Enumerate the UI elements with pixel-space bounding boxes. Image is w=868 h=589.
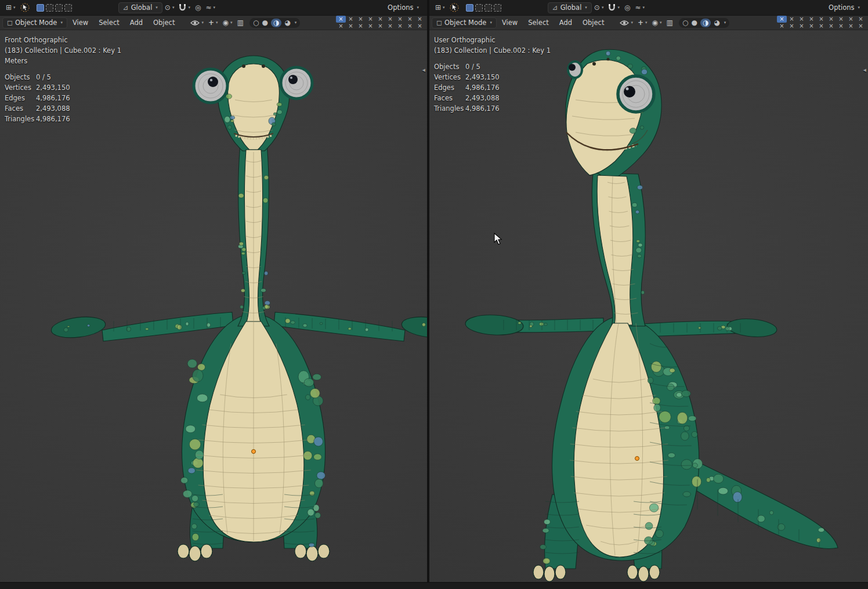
nostril-right	[262, 64, 265, 68]
select-extend-mode-button[interactable]	[475, 4, 483, 12]
region-toggle-arrow[interactable]: ◂	[422, 66, 425, 74]
menu-object[interactable]: Object	[577, 19, 609, 27]
collapsed-icon[interactable]: ×	[856, 16, 866, 23]
menu-object[interactable]: Object	[148, 19, 180, 27]
falloff-dropdown[interactable]: ≈▾	[203, 2, 218, 13]
visibility-dropdown[interactable]: ▾	[188, 17, 206, 28]
shading-rendered-button[interactable]: ◕	[714, 19, 719, 27]
object-origin-dot[interactable]	[635, 457, 639, 461]
collapsed-icon[interactable]: ×	[385, 16, 395, 23]
collapsed-icon[interactable]: ×	[836, 16, 846, 23]
collapsed-icon[interactable]: ×	[826, 23, 836, 30]
dinosaur-model-front-view[interactable]	[0, 30, 427, 582]
collapsed-icon[interactable]: ×	[366, 16, 375, 23]
collapsed-icon[interactable]: ×	[385, 23, 395, 30]
collapsed-icon[interactable]: ×	[375, 23, 385, 30]
select-subtract-mode-button[interactable]	[55, 4, 63, 12]
visibility-dropdown[interactable]: ▾	[617, 17, 635, 28]
shading-wireframe-button[interactable]: ○	[682, 19, 688, 27]
orientation-dropdown[interactable]: ⊿Global▾	[118, 2, 162, 13]
menu-add[interactable]: Add	[554, 19, 577, 27]
collapsed-icon[interactable]: ×	[797, 16, 806, 23]
pivot-point-dropdown[interactable]: ⊙▾	[592, 2, 606, 13]
snap-dropdown[interactable]: ▾	[606, 2, 622, 13]
menu-select[interactable]: Select	[523, 19, 554, 27]
mode-selector-dropdown[interactable]: ◻Object Mode▾	[2, 17, 67, 28]
collapsed-icon[interactable]: ×	[787, 16, 797, 23]
collapsed-icon[interactable]: ×	[777, 23, 787, 30]
editor-type-button[interactable]: ⊞▾	[433, 2, 447, 13]
shading-rendered-button[interactable]: ◕	[284, 19, 290, 27]
pivot-point-dropdown[interactable]: ⊙▾	[162, 2, 177, 13]
menu-add[interactable]: Add	[125, 19, 148, 27]
select-intersect-mode-button[interactable]	[64, 4, 72, 12]
collapsed-icon[interactable]: ×	[356, 16, 366, 23]
shading-material-button[interactable]: ◑	[271, 19, 281, 27]
collapsed-icon[interactable]: ×	[846, 23, 856, 30]
collapsed-icon[interactable]: ×	[336, 16, 346, 23]
viewport-pane-right[interactable]: ⊞▾ ⊿Global▾ ⊙▾ ▾ ◎ ≈▾ Options▾ ◻Object M…	[429, 0, 868, 582]
dinosaur-model-user-view[interactable]	[429, 30, 868, 582]
select-set-mode-button[interactable]	[37, 4, 44, 12]
shading-solid-button[interactable]: ●	[262, 19, 267, 27]
right-hand	[726, 317, 777, 338]
collapsed-icon[interactable]: ×	[375, 16, 385, 23]
select-intersect-mode-button[interactable]	[494, 4, 501, 12]
collapsed-icon[interactable]: ×	[415, 23, 425, 30]
collapsed-icon[interactable]: ×	[405, 16, 415, 23]
collapsed-icon[interactable]: ×	[816, 16, 826, 23]
collapsed-icon[interactable]: ×	[836, 23, 846, 30]
overlays-dropdown[interactable]: ◉▾	[650, 17, 664, 28]
collapsed-icon[interactable]: ×	[856, 23, 866, 30]
collapsed-icon[interactable]: ×	[346, 16, 356, 23]
collapsed-icon[interactable]: ×	[336, 23, 346, 30]
collapsed-icon[interactable]: ×	[415, 16, 425, 23]
collapsed-icon[interactable]: ×	[806, 23, 816, 30]
shading-solid-button[interactable]: ●	[691, 19, 697, 27]
editor-type-button[interactable]: ⊞▾	[3, 2, 18, 13]
collapsed-icon[interactable]: ×	[826, 16, 836, 23]
collapsed-icon[interactable]: ×	[346, 23, 356, 30]
collapsed-icon[interactable]: ×	[787, 23, 797, 30]
shading-material-button[interactable]: ◑	[700, 19, 711, 27]
object-origin-dot[interactable]	[252, 450, 256, 454]
shading-wireframe-button[interactable]: ○	[253, 19, 259, 27]
active-tool-button[interactable]	[18, 2, 32, 13]
viewport-header-icons: ▾ +▾ ◉▾ ▥ ○ ● ◑ ◕ ▾	[617, 17, 729, 28]
collapsed-icon[interactable]: ×	[366, 23, 375, 30]
menu-select[interactable]: Select	[93, 19, 124, 27]
gizmos-dropdown[interactable]: +▾	[635, 17, 650, 28]
viewport-pane-left[interactable]: ⊞▾ ⊿Global▾ ⊙▾ ▾ ◎ ≈▾ Options▾ ◻Object M…	[0, 0, 427, 582]
options-dropdown[interactable]: Options▾	[824, 2, 865, 13]
orientation-dropdown[interactable]: ⊿Global▾	[548, 2, 592, 13]
region-toggle-arrow[interactable]: ◂	[863, 66, 866, 74]
menu-view[interactable]: View	[67, 19, 93, 27]
xray-toggle[interactable]: ▥	[664, 17, 675, 28]
menu-view[interactable]: View	[497, 19, 523, 27]
active-tool-button[interactable]	[447, 2, 461, 13]
select-subtract-mode-button[interactable]	[484, 4, 492, 12]
mode-selector-dropdown[interactable]: ◻Object Mode▾	[432, 17, 497, 28]
collapsed-icon[interactable]: ×	[797, 23, 806, 30]
xray-toggle[interactable]: ▥	[235, 17, 246, 28]
collapsed-icon[interactable]: ×	[405, 23, 415, 30]
select-extend-mode-button[interactable]	[46, 4, 53, 12]
collapsed-icon[interactable]: ×	[846, 16, 856, 23]
collapsed-icon[interactable]: ×	[395, 16, 405, 23]
falloff-dropdown[interactable]: ≈▾	[632, 2, 647, 13]
proportional-editing-toggle[interactable]: ◎	[193, 2, 203, 13]
snap-dropdown[interactable]: ▾	[176, 2, 193, 13]
collapsed-icon[interactable]: ×	[395, 23, 405, 30]
proportional-editing-toggle[interactable]: ◎	[622, 2, 632, 13]
viewport-header-icons: ▾ +▾ ◉▾ ▥ ○ ● ◑ ◕ ▾	[188, 17, 300, 28]
collapsed-icon[interactable]: ×	[816, 23, 826, 30]
options-dropdown[interactable]: Options▾	[383, 2, 424, 13]
select-set-mode-button[interactable]	[466, 4, 473, 12]
collapsed-icon[interactable]: ×	[806, 16, 816, 23]
gizmos-dropdown[interactable]: +▾	[206, 17, 220, 28]
collapsed-icon[interactable]: ×	[777, 16, 787, 23]
viewport-3d-area[interactable]: Front Orthographic (183) Collection | Cu…	[0, 30, 427, 582]
collapsed-icon[interactable]: ×	[356, 23, 366, 30]
viewport-3d-area[interactable]: User Orthographic (183) Collection | Cub…	[429, 30, 868, 582]
overlays-dropdown[interactable]: ◉▾	[220, 17, 235, 28]
